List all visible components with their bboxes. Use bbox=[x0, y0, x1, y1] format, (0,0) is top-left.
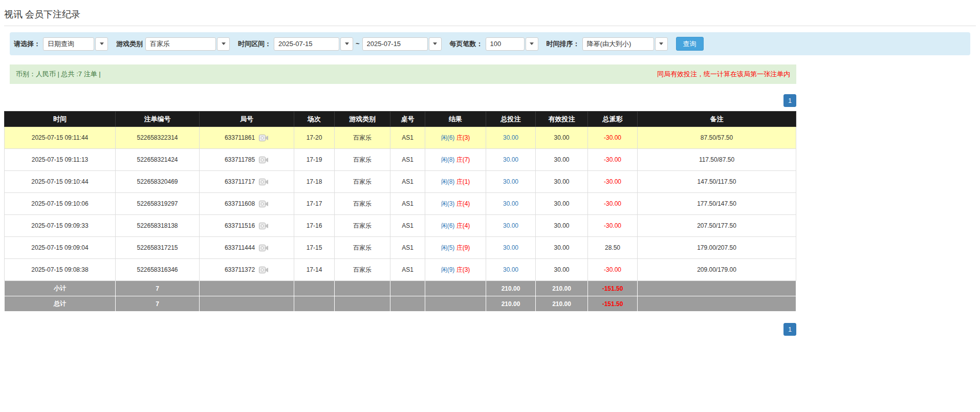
total-bet-link[interactable]: 30.00 bbox=[503, 134, 518, 141]
page-size-dropdown-button[interactable] bbox=[526, 37, 538, 51]
total-empty-cell bbox=[425, 296, 486, 312]
cell-table-no: AS1 bbox=[390, 259, 425, 281]
round-number: 633711372 bbox=[225, 266, 255, 273]
result-banker: 庄(9) bbox=[456, 244, 470, 251]
result-banker: 庄(3) bbox=[456, 134, 470, 141]
cell-remark: 87.50/57.50 bbox=[638, 127, 796, 149]
column-header-remark: 备注 bbox=[638, 112, 796, 127]
date-to-combo bbox=[362, 37, 442, 51]
cell-round: 633711608 bbox=[200, 193, 294, 215]
summary-note-text: 同局有效投注，统一计算在该局第一张注单内 bbox=[657, 70, 790, 79]
cell-game-type: 百家乐 bbox=[335, 215, 390, 237]
time-sort-dropdown-button[interactable] bbox=[655, 37, 668, 51]
time-sort-combo bbox=[582, 37, 668, 51]
total-bet-link[interactable]: 30.00 bbox=[503, 266, 518, 273]
cell-game-type: 百家乐 bbox=[335, 237, 390, 259]
video-replay-icon[interactable] bbox=[259, 244, 269, 252]
column-header-bet-id: 注单编号 bbox=[116, 112, 200, 127]
cell-bet-id: 522658317215 bbox=[116, 237, 200, 259]
query-type-input[interactable] bbox=[43, 37, 94, 51]
subtotal-label: 小计 bbox=[5, 281, 116, 296]
total-total-bet: 210.00 bbox=[486, 296, 536, 312]
chevron-down-icon bbox=[530, 42, 534, 45]
cell-time: 2025-07-15 09:11:44 bbox=[5, 127, 116, 149]
table-header-row: 时间 注单编号 局号 场次 游戏类别 桌号 结果 总投注 有效投注 总派彩 备注 bbox=[5, 112, 796, 127]
total-bet-link[interactable]: 30.00 bbox=[503, 178, 518, 185]
cell-total-bet: 30.00 bbox=[486, 259, 536, 281]
date-to-dropdown-button[interactable] bbox=[429, 37, 442, 51]
page: 视讯 会员下注纪录 请选择： 游戏类别 时间区间： ~ 每页笔数： 时间排序： bbox=[4, 8, 976, 336]
total-bet-link[interactable]: 30.00 bbox=[503, 222, 518, 229]
page-button-1[interactable]: 1 bbox=[783, 323, 796, 336]
cell-valid-bet: 30.00 bbox=[536, 171, 588, 193]
chevron-down-icon bbox=[433, 42, 437, 45]
pagination-bottom: 1 bbox=[4, 323, 796, 336]
video-replay-icon[interactable] bbox=[259, 156, 269, 164]
cell-payout: -30.00 bbox=[588, 171, 638, 193]
table-row: 2025-07-15 09:09:33522658318138633711516… bbox=[5, 215, 796, 237]
column-header-payout: 总派彩 bbox=[588, 112, 638, 127]
time-sort-input[interactable] bbox=[582, 37, 654, 51]
cell-time: 2025-07-15 09:09:04 bbox=[5, 237, 116, 259]
column-header-result: 结果 bbox=[425, 112, 486, 127]
page-button-1[interactable]: 1 bbox=[783, 94, 796, 107]
result-player: 闲(8) bbox=[441, 178, 455, 185]
page-size-input[interactable] bbox=[486, 37, 525, 51]
cell-payout: 28.50 bbox=[588, 237, 638, 259]
total-bet-link[interactable]: 30.00 bbox=[503, 156, 518, 163]
cell-remark: 179.00/207.50 bbox=[638, 237, 796, 259]
date-from-dropdown-button[interactable] bbox=[340, 37, 353, 51]
cell-time: 2025-07-15 09:09:33 bbox=[5, 215, 116, 237]
cell-remark: 209.00/179.00 bbox=[638, 259, 796, 281]
result-banker: 庄(1) bbox=[456, 178, 470, 185]
page-size-label: 每页笔数： bbox=[450, 39, 483, 49]
subtotal-total-bet: 210.00 bbox=[486, 281, 536, 296]
date-from-input[interactable] bbox=[274, 37, 339, 51]
round-number: 633711516 bbox=[225, 222, 255, 229]
date-to-input[interactable] bbox=[362, 37, 428, 51]
query-type-label: 请选择： bbox=[14, 39, 40, 49]
total-bet-link[interactable]: 30.00 bbox=[503, 244, 518, 251]
column-header-round: 局号 bbox=[200, 112, 294, 127]
cell-table-no: AS1 bbox=[390, 171, 425, 193]
cell-table-no: AS1 bbox=[390, 149, 425, 171]
table-row: 2025-07-15 09:08:38522658316346633711372… bbox=[5, 259, 796, 281]
game-type-dropdown-button[interactable] bbox=[217, 37, 230, 51]
cell-time: 2025-07-15 09:08:38 bbox=[5, 259, 116, 281]
video-replay-icon[interactable] bbox=[259, 178, 269, 186]
summary-currency-count-text: 币别：人民币 | 总共 :7 注单 | bbox=[16, 70, 101, 79]
cell-result: 闲(3) 庄(4) bbox=[425, 193, 486, 215]
cell-total-bet: 30.00 bbox=[486, 127, 536, 149]
game-type-input[interactable] bbox=[145, 37, 216, 51]
total-empty-cell bbox=[294, 296, 335, 312]
cell-payout: -30.00 bbox=[588, 127, 638, 149]
cell-session: 17-14 bbox=[294, 259, 335, 281]
video-replay-icon[interactable] bbox=[259, 200, 269, 208]
query-type-dropdown-button[interactable] bbox=[95, 37, 108, 51]
total-empty-cell bbox=[335, 296, 390, 312]
result-player: 闲(8) bbox=[441, 156, 455, 163]
cell-bet-id: 522658316346 bbox=[116, 259, 200, 281]
subtotal-empty-cell bbox=[390, 281, 425, 296]
video-replay-icon[interactable] bbox=[259, 134, 269, 142]
video-replay-icon[interactable] bbox=[259, 266, 269, 274]
total-bet-link[interactable]: 30.00 bbox=[503, 200, 518, 207]
cell-valid-bet: 30.00 bbox=[536, 237, 588, 259]
cell-round: 633711785 bbox=[200, 149, 294, 171]
cell-bet-id: 522658321424 bbox=[116, 149, 200, 171]
table-row: 2025-07-15 09:10:06522658319297633711608… bbox=[5, 193, 796, 215]
total-row: 总计 7 210.00 210.00 -151.50 bbox=[5, 296, 796, 312]
column-header-time: 时间 bbox=[5, 112, 116, 127]
cell-remark: 147.50/117.50 bbox=[638, 171, 796, 193]
result-player: 闲(3) bbox=[441, 200, 455, 207]
search-button[interactable]: 查询 bbox=[676, 37, 704, 51]
table-row: 2025-07-15 09:11:13522658321424633711785… bbox=[5, 149, 796, 171]
cell-game-type: 百家乐 bbox=[335, 259, 390, 281]
total-count: 7 bbox=[116, 296, 200, 312]
table-row: 2025-07-15 09:09:04522658317215633711444… bbox=[5, 237, 796, 259]
cell-round: 633711444 bbox=[200, 237, 294, 259]
payout-value: -30.00 bbox=[604, 178, 621, 185]
round-number: 633711608 bbox=[225, 200, 255, 207]
video-replay-icon[interactable] bbox=[259, 222, 269, 230]
cell-valid-bet: 30.00 bbox=[536, 215, 588, 237]
